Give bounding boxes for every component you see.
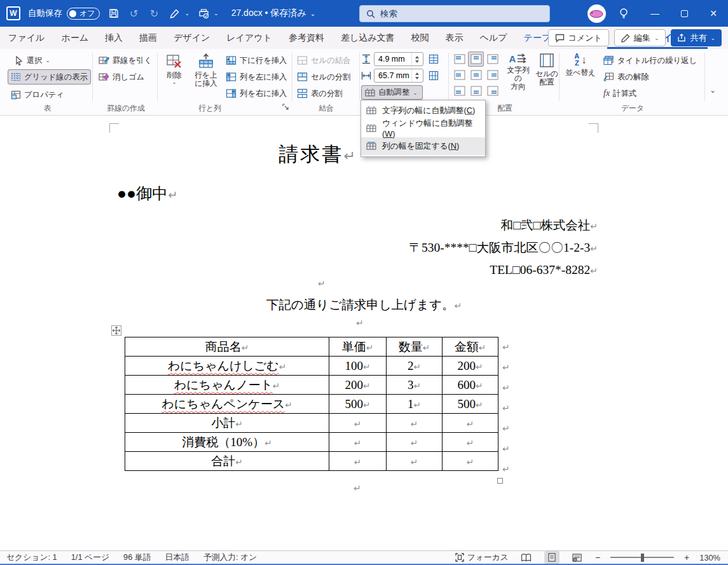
account-avatar[interactable] [587,4,606,23]
zoom-slider[interactable] [610,557,674,558]
align-top-left-button[interactable] [451,51,467,67]
merge-cells-button[interactable]: セルの結合 [294,53,354,68]
status-word-count[interactable]: 96 単語 [123,552,151,563]
table-cell[interactable]: 小計↵ [125,414,329,433]
tab-help[interactable]: ヘルプ [472,27,516,49]
align-top-right-button[interactable] [484,51,500,67]
tab-home[interactable]: ホーム [53,27,97,49]
table-cell[interactable]: ↵ [443,433,498,452]
comments-button[interactable]: コメント [548,29,609,46]
table-cell[interactable]: 消費税（10%）↵ [125,433,329,452]
table-cell[interactable]: 数量↵ [387,337,443,357]
table-cell[interactable]: 200↵ [443,357,498,376]
maximize-button[interactable] [670,0,699,27]
eraser-button[interactable]: 消しゴム [95,69,148,85]
align-center-button[interactable] [468,67,484,83]
focus-mode-button[interactable]: フォーカス [455,552,509,563]
table-move-handle[interactable] [111,325,121,336]
table-cell[interactable]: 3↵ [387,376,443,395]
insert-columns-left-button[interactable]: 列を左に挿入 [223,69,290,85]
greeting-line[interactable]: 下記の通りご請求申し上げます。↵ [0,296,728,313]
table-cell[interactable]: 500↵ [329,395,387,414]
menu-item-autofit-window[interactable]: ウィンドウ幅に自動調整(W) [361,119,485,137]
menu-item-autofit-contents[interactable]: 文字列の幅に自動調整(C) [361,102,485,119]
distribute-rows-icon[interactable] [429,54,439,64]
sender-block[interactable]: 和□弐□株式会社↵ 〒530-****□大阪市北区〇〇1-2-3↵ TEL□06… [409,215,598,282]
spin-up-icon[interactable] [415,72,419,75]
zoom-out-button[interactable]: − [595,552,600,562]
convert-to-text-button[interactable]: 表の解除 [600,69,652,85]
document-canvas[interactable]: 請求書↵ ●●御中↵ 和□弐□株式会社↵ 〒530-****□大阪市北区〇〇1-… [0,116,728,550]
align-center-left-button[interactable] [451,67,467,83]
split-cells-button[interactable]: セルの分割 [294,69,354,85]
print-preview-icon[interactable] [197,7,210,20]
tab-file[interactable]: ファイル [0,27,53,49]
tab-references[interactable]: 参考資料 [280,27,333,49]
table-cell[interactable]: 金額↵ [443,337,498,357]
autosave-control[interactable]: 自動保存 オフ [28,8,100,20]
align-top-center-button[interactable] [468,51,484,67]
zoom-slider-thumb[interactable] [641,554,644,562]
tab-view[interactable]: 表示 [437,27,472,49]
share-button[interactable]: 共有 ⌄ [671,29,722,46]
zoom-percentage[interactable]: 130% [699,553,720,562]
table-cell[interactable]: ↵ [387,414,443,433]
insert-rows-below-button[interactable]: 下に行を挿入 [223,53,290,68]
table-cell[interactable]: わにちゃんペンケース↵ [125,395,329,414]
dialog-launcher-icon[interactable] [282,104,289,112]
text-direction-button[interactable]: A 文字列の 方向 [504,51,533,91]
pen-dropdown-chevron-icon[interactable]: ⌄ [185,10,190,17]
quick-access-chevron-icon[interactable]: ⌄ [214,10,219,17]
table-cell[interactable]: わにちゃんけしごむ↵ [125,357,329,376]
table-cell[interactable]: ↵ [443,452,498,471]
spin-up-icon[interactable] [415,56,419,58]
column-width-spin-buttons[interactable] [411,69,422,82]
word-app-icon[interactable]: W [6,6,20,20]
repeat-header-rows-button[interactable]: タイトル行の繰り返し [600,53,700,68]
table-cell[interactable]: ↵ [443,414,498,433]
tab-draw[interactable]: 描画 [131,27,165,49]
read-mode-button[interactable] [519,551,534,564]
tab-layout[interactable]: レイアウト [218,27,280,49]
autofit-button[interactable]: 自動調整 ⌄ [361,85,423,100]
touch-pen-icon[interactable] [168,7,181,20]
tab-mailings[interactable]: 差し込み文書 [333,27,403,49]
table-cell[interactable]: ↵ [329,452,387,471]
table-cell[interactable]: 200↵ [329,376,387,395]
column-width-input[interactable] [374,69,411,82]
status-language[interactable]: 日本語 [165,552,189,563]
align-bottom-left-button[interactable] [451,83,467,99]
menu-item-fixed-column-width[interactable]: 列の幅を固定する(N) [361,137,485,155]
view-gridlines-button[interactable]: グリッド線の表示 [8,69,91,85]
invoice-title[interactable]: 請求書↵ [0,141,636,168]
row-height-input[interactable] [374,53,411,65]
minimize-button[interactable]: — [640,0,670,27]
sort-button[interactable]: AZ ↓ 並べ替え [565,51,596,77]
row-height-spinner[interactable] [374,52,423,66]
align-center-right-button[interactable] [484,67,500,83]
table-cell[interactable]: 600↵ [443,376,498,395]
tab-design[interactable]: デザイン [165,27,218,49]
cell-margins-button[interactable]: セルの 配置 [534,51,560,86]
search-input[interactable]: 検索 [359,5,550,22]
close-button[interactable]: ✕ [699,0,728,27]
table-cell[interactable]: ↵ [387,452,443,471]
draw-table-button[interactable]: 罫線を引く [95,53,155,68]
status-page-count[interactable]: 1/1 ページ [71,552,109,563]
table-cell[interactable]: ↵ [387,433,443,452]
select-button[interactable]: 選択 ⌄ [11,53,53,68]
formula-button[interactable]: fx 計算式 [600,86,640,101]
zoom-in-button[interactable]: + [684,552,689,562]
table-cell[interactable]: 合計↵ [125,452,329,471]
redo-icon[interactable]: ↻ [148,7,161,20]
document-title[interactable]: 27.docx • 保存済み ⌄ [231,8,315,19]
spin-down-icon[interactable] [415,60,419,63]
tab-review[interactable]: 校閲 [403,27,437,49]
editing-mode-button[interactable]: 編集 ⌄ [614,29,666,46]
align-bottom-center-button[interactable] [468,83,484,99]
table-resize-handle[interactable] [497,478,503,484]
table-cell[interactable]: 500↵ [443,395,498,414]
status-ime-prediction[interactable]: 予測入力: オン [203,552,258,563]
recipient-line[interactable]: ●●御中↵ [117,183,177,204]
table-cell[interactable]: 2↵ [387,357,443,376]
